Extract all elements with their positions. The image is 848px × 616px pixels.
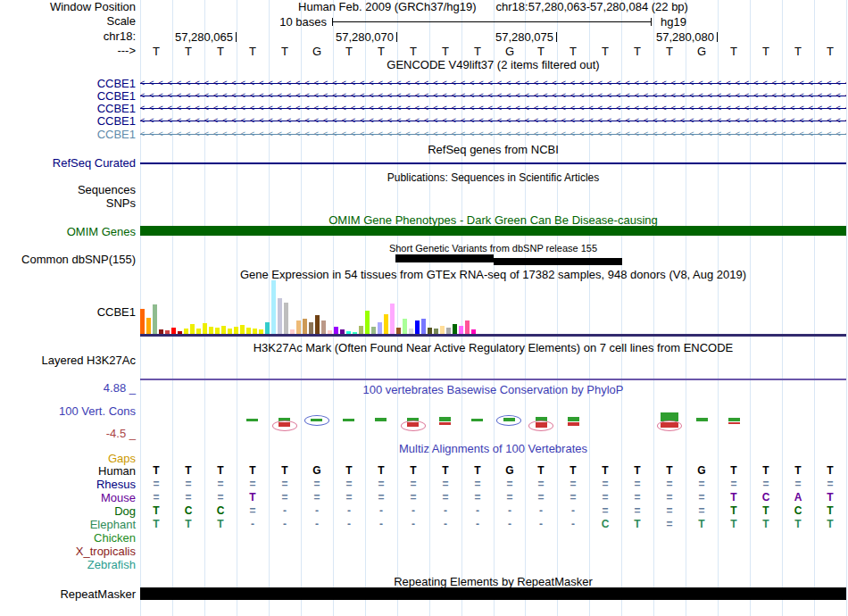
gtex-tissue-bar[interactable] xyxy=(446,328,451,334)
gtex-tissue-bar[interactable] xyxy=(365,311,370,334)
refseq-curated-line[interactable] xyxy=(140,162,846,164)
alignment-base: - xyxy=(333,504,365,517)
phylop-positive-bar xyxy=(439,417,451,421)
gtex-tissue-bar[interactable] xyxy=(353,332,357,334)
gtex-tissue-bar[interactable] xyxy=(328,330,332,334)
gtex-tissue-bar[interactable] xyxy=(428,328,432,334)
gtex-tissue-bar[interactable] xyxy=(259,329,263,334)
gtex-tissue-bar[interactable] xyxy=(378,322,382,334)
gtex-tissue-bar[interactable] xyxy=(184,329,188,334)
phylop-negative-bar xyxy=(728,422,740,424)
gtex-tissue-bar[interactable] xyxy=(159,329,163,334)
gene-direction-arrows: <<<<<<<<<<<<<<<<<<<<<<<<<<<<<<<<<<<<<<<<… xyxy=(140,78,846,89)
sequences-track-label[interactable]: Sequences xyxy=(0,184,136,196)
multiz-species-label-elephant[interactable]: Elephant xyxy=(0,518,136,531)
gtex-tissue-bar[interactable] xyxy=(403,319,407,334)
omim-genes-label[interactable]: OMIM Genes xyxy=(0,226,136,238)
gtex-tissue-bar[interactable] xyxy=(265,322,270,334)
gtex-tissue-bar[interactable] xyxy=(196,329,201,334)
gtex-tissue-bar[interactable] xyxy=(203,323,207,334)
gtex-tissue-bar[interactable] xyxy=(290,329,295,334)
gtex-tissue-bar[interactable] xyxy=(303,319,307,334)
gtex-tissue-bar[interactable] xyxy=(309,322,313,334)
alignment-base: T xyxy=(204,518,237,530)
gtex-tissue-bar[interactable] xyxy=(440,326,445,334)
phylop-positive-bar xyxy=(696,418,708,421)
gtex-tissue-bar[interactable] xyxy=(321,320,326,334)
sequence-base: T xyxy=(718,45,750,58)
gtex-tissue-bar[interactable] xyxy=(146,318,151,334)
gtex-tissue-bar[interactable] xyxy=(246,328,251,334)
gtex-tissue-bar[interactable] xyxy=(434,329,438,334)
gtex-tissue-bar[interactable] xyxy=(453,324,457,334)
dbsnp-variant-bar[interactable] xyxy=(494,258,622,265)
gtex-tissue-bar[interactable] xyxy=(459,326,463,334)
gtex-tissue-bar[interactable] xyxy=(271,280,276,334)
alignment-base: = xyxy=(589,504,621,517)
omim-gene-bar[interactable] xyxy=(140,226,846,236)
conservation-track-label[interactable]: 100 Vert. Cons xyxy=(0,405,136,418)
phylop-positive-bar xyxy=(375,418,387,421)
h3k27ac-track-label[interactable]: Layered H3K27Ac xyxy=(0,354,136,367)
gene-direction-arrows: <<<<<<<<<<<<<<<<<<<<<<<<<<<<<<<<<<<<<<<<… xyxy=(140,115,846,127)
gtex-tissue-bar[interactable] xyxy=(253,329,257,334)
snps-track-label[interactable]: SNPs xyxy=(0,197,136,210)
multiz-species-label-zebrafish[interactable]: Zebrafish xyxy=(0,558,136,571)
multiz-track-title: Multiz Alignments of 100 Vertebrates xyxy=(140,443,846,455)
dbsnp-track-label[interactable]: Common dbSNP(155) xyxy=(0,254,136,266)
gtex-tissue-bar[interactable] xyxy=(359,326,363,334)
gtex-tissue-bar[interactable] xyxy=(409,329,413,334)
gene-label[interactable]: CCBE1 xyxy=(0,128,136,141)
gtex-tissue-bar[interactable] xyxy=(340,329,345,334)
gtex-tissue-bar[interactable] xyxy=(421,319,426,334)
dbsnp-variant-bar[interactable] xyxy=(395,254,494,262)
phylop-negative-bar xyxy=(439,422,451,425)
gtex-tissue-bar[interactable] xyxy=(465,320,470,334)
gtex-tissue-bar[interactable] xyxy=(171,328,176,334)
gtex-tissue-bar[interactable] xyxy=(371,327,376,334)
gtex-tissue-bar[interactable] xyxy=(390,304,395,334)
gtex-tissue-bar[interactable] xyxy=(284,303,288,334)
gtex-tissue-bar[interactable] xyxy=(178,331,182,334)
alignment-base: = xyxy=(718,478,750,490)
multiz-species-label-x_tropicalis[interactable]: X_tropicalis xyxy=(0,545,136,558)
multiz-species-label-human[interactable]: Human xyxy=(0,464,136,478)
gtex-tissue-bar[interactable] xyxy=(221,326,226,334)
multiz-species-label-mouse[interactable]: Mouse xyxy=(0,491,136,504)
multiz-species-label-dog[interactable]: Dog xyxy=(0,504,136,518)
gtex-tissue-bar[interactable] xyxy=(471,329,476,334)
phylop-smoothing-curve xyxy=(528,420,553,431)
alignment-base: = xyxy=(140,491,172,504)
gtex-tissue-bar[interactable] xyxy=(296,320,301,334)
refseq-curated-label[interactable]: RefSeq Curated xyxy=(0,157,136,170)
multiz-species-label-chicken[interactable]: Chicken xyxy=(0,531,136,545)
gtex-tissue-bar[interactable] xyxy=(315,315,320,334)
gtex-tissue-bar[interactable] xyxy=(396,328,401,334)
gtex-tissue-bar[interactable] xyxy=(384,314,388,334)
alignment-base: - xyxy=(397,504,429,517)
gtex-tissue-bar[interactable] xyxy=(140,309,145,334)
gtex-tissue-bar[interactable] xyxy=(153,304,157,334)
repeatmasker-track-label[interactable]: RepeatMasker xyxy=(0,588,136,601)
gtex-tissue-bar[interactable] xyxy=(228,329,232,334)
gtex-tissue-bar[interactable] xyxy=(190,324,195,334)
gtex-tissue-bar[interactable] xyxy=(346,331,351,334)
gtex-tissue-bar[interactable] xyxy=(165,330,170,334)
gtex-tissue-bar[interactable] xyxy=(234,327,238,334)
gene-label[interactable]: CCBE1 xyxy=(0,89,136,103)
gene-label[interactable]: CCBE1 xyxy=(0,102,136,115)
gtex-tissue-bar[interactable] xyxy=(415,320,420,334)
repeatmasker-bar[interactable] xyxy=(140,587,846,600)
gtex-tissue-bar[interactable] xyxy=(240,325,245,334)
gene-label[interactable]: CCBE1 xyxy=(0,77,136,90)
gtex-gene-label[interactable]: CCBE1 xyxy=(0,306,136,319)
gtex-tissue-bar[interactable] xyxy=(209,327,213,334)
coordinate-tick xyxy=(396,32,397,42)
alignment-base: T xyxy=(621,464,653,477)
gtex-tissue-bar[interactable] xyxy=(215,328,220,334)
multiz-species-label-gaps[interactable]: Gaps xyxy=(0,452,136,465)
gene-label[interactable]: CCBE1 xyxy=(0,114,136,128)
gtex-tissue-bar[interactable] xyxy=(334,327,338,334)
multiz-species-label-rhesus[interactable]: Rhesus xyxy=(0,478,136,491)
gtex-tissue-bar[interactable] xyxy=(278,298,282,334)
